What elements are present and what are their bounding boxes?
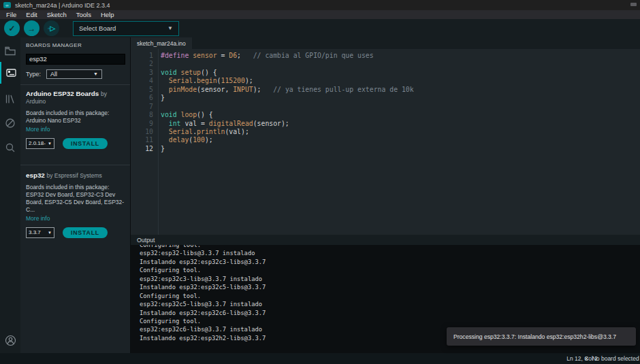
console-line: Configuring tool. [140,266,640,274]
menu-file[interactable]: File [1,11,21,18]
output-tab[interactable]: Output [137,237,155,244]
line-number: 3 [131,69,153,77]
board-status[interactable]: ✕No board selected [584,353,639,364]
panel-title: BOARDS MANAGER [20,37,130,52]
install-button[interactable]: INSTALL [63,227,108,238]
line-number: 1 [131,52,153,60]
line-number: 4 [131,77,153,85]
upload-button[interactable]: → [24,20,39,36]
circle-slash-icon [5,118,16,129]
line-number: 2 [131,60,153,68]
code-line: 10 Serial.println(val); [131,128,640,136]
code-line: 3void setup() { [131,69,640,77]
code-line: 5 pinMode(sensor, INPUT); // ya tienes p… [131,86,640,94]
sidebar-item-sketchbook[interactable] [0,40,20,62]
debug-button[interactable]: ◦▷ [44,20,59,36]
code-text: void setup() { [153,69,217,77]
code-text: } [153,94,165,102]
code-line: 7 [131,103,640,111]
line-number: 6 [131,94,153,102]
menu-edit[interactable]: Edit [21,11,42,18]
arduino-ide-window: ∞ sketch_mar24a | Arduino IDE 2.3.4 File… [0,0,640,364]
console-line: Instalando esp32:esp32c5-libs@3.3.7 [140,283,640,291]
menu-sketch[interactable]: Sketch [42,11,71,18]
line-number: 10 [131,128,153,136]
code-line: 8void loop() { [131,111,640,119]
sidebar-item-search[interactable] [0,137,20,159]
window-title: sketch_mar24a | Arduino IDE 2.3.4 [15,2,110,9]
folder-icon [5,46,16,56]
board-selector-label: Select Board [79,24,116,32]
editor-area: sketch_mar24a.ino 1#define sensor = D6; … [131,37,640,353]
search-icon [5,142,16,153]
boards-manager-panel: BOARDS MANAGER Type: All ▼ Arduino ESP32… [20,37,131,353]
code-line: 12} [131,145,640,153]
status-bar: Ln 12, Col 2 ✕No board selected [0,353,640,364]
code-text: #define sensor = D6; // cambia al GPIO/p… [153,52,374,60]
books-icon [5,94,16,104]
menu-tools[interactable]: Tools [71,11,96,18]
sidebar-item-boards-manager[interactable] [0,62,20,84]
code-text: Serial.println(val); [153,128,249,136]
type-label: Type: [26,71,41,78]
arrow-right-icon: → [28,24,36,33]
version-dropdown[interactable]: 3.3.7 ▼ [26,227,54,238]
more-info-link[interactable]: More info [26,126,125,133]
package-boards: ESP32 Dev Board, ESP32-C3 Dev Board, ESP… [26,191,125,214]
console-line: esp32:esp32-libs@3.3.7 instalado [140,249,640,257]
notification-toast: Processing esp32:3.3.7: Instalando esp32… [447,327,636,346]
toolbar: ✓ → ◦▷ Select Board ▼ [0,19,640,37]
code-line: 2 [131,60,640,68]
toast-text: Processing esp32:3.3.7: Instalando esp32… [453,333,616,340]
code-text [153,103,161,111]
code-text: Serial.begin(115200); [153,77,253,85]
code-text: pinMode(sensor, INPUT); // ya tienes pul… [153,86,414,94]
board-selector-dropdown[interactable]: Select Board ▼ [73,21,179,36]
board-icon [5,68,17,78]
console-line: Instalando esp32:esp32c6-libs@3.3.7 [140,309,640,317]
check-icon: ✓ [8,24,15,33]
code-line: 4 Serial.begin(115200); [131,77,640,85]
verify-button[interactable]: ✓ [4,20,20,36]
code-line: 11 delay(100); [131,136,640,144]
more-info-link[interactable]: More info [26,215,125,222]
line-number: 5 [131,86,153,94]
chevron-down-icon: ▼ [48,142,52,146]
output-panel-header: Output [131,235,640,245]
account-button[interactable] [0,335,20,346]
package-desc: Boards included in this package: [26,184,125,191]
line-number: 9 [131,120,153,128]
window-control-icon[interactable] [630,3,637,6]
line-number: 11 [131,136,153,144]
sidebar-item-debug[interactable] [0,112,20,134]
code-text: int val = digitalRead(sensor); [153,120,289,128]
code-text: } [153,145,165,153]
chevron-down-icon: ▼ [167,25,173,31]
sidebar-item-library-manager[interactable] [0,88,20,110]
package-name: esp32 [26,171,45,179]
install-button[interactable]: INSTALL [63,138,108,149]
package-desc: Boards included in this package: [26,110,125,117]
package-author: by Espressif Systems [47,172,102,179]
code-line: 6} [131,94,640,102]
code-editor[interactable]: 1#define sensor = D6; // cambia al GPIO/… [131,49,640,237]
menu-bar: File Edit Sketch Tools Help [0,10,640,19]
code-text [153,60,161,68]
type-filter-dropdown[interactable]: All ▼ [46,69,102,79]
boards-search-input[interactable] [26,54,125,65]
code-line: 9 int val = digitalRead(sensor); [131,120,640,128]
chevron-down-icon: ▼ [48,231,52,235]
board-package-arduino-esp32: Arduino ESP32 Boards by Arduino Boards i… [20,85,130,155]
console-line: esp32:esp32c5-libs@3.3.7 instalado [140,300,640,308]
line-number: 8 [131,111,153,119]
debug-icon: ◦▷ [48,24,55,32]
arduino-logo-icon: ∞ [3,2,11,8]
editor-tabs: sketch_mar24a.ino [131,37,640,49]
tab-sketch[interactable]: sketch_mar24a.ino [131,37,192,49]
title-bar: ∞ sketch_mar24a | Arduino IDE 2.3.4 [0,0,640,10]
code-line: 1#define sensor = D6; // cambia al GPIO/… [131,52,640,60]
menu-help[interactable]: Help [96,11,119,18]
version-dropdown[interactable]: 2.0.18- ▼ [26,138,54,149]
code-text: void loop() { [153,111,213,119]
line-number: 12 [131,145,153,153]
